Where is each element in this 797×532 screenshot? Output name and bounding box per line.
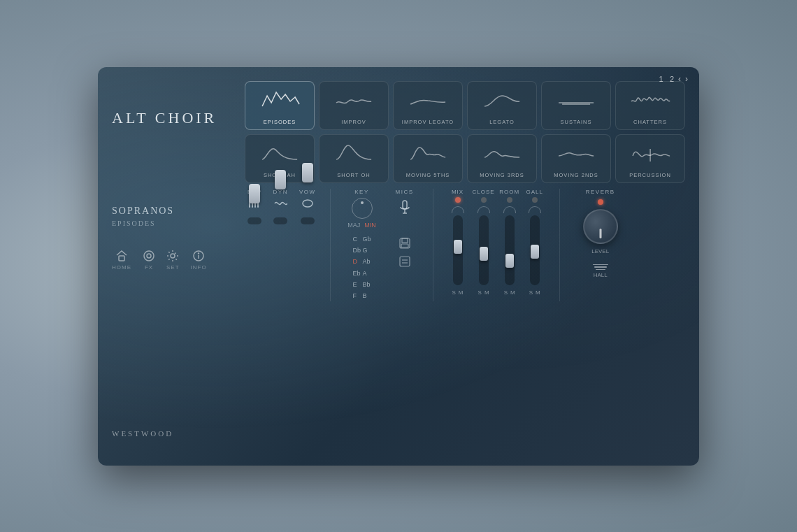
preset-short-oh[interactable]: SHORT OH bbox=[319, 134, 389, 183]
dyn-label: DYN bbox=[273, 189, 288, 195]
percussion-waveform bbox=[620, 142, 680, 166]
preset-moving-2nds[interactable]: MOVING 2NDS bbox=[541, 134, 611, 183]
dyn-icon bbox=[273, 198, 287, 212]
close-arc bbox=[478, 206, 490, 213]
dyn-fader-thumb[interactable] bbox=[275, 170, 286, 189]
settings-label: SET bbox=[166, 264, 180, 271]
dyn-fader-track[interactable] bbox=[273, 217, 287, 224]
preset-moving-3rds[interactable]: MOVING 3RDS bbox=[467, 134, 537, 183]
instrument-name: SOPRANOS bbox=[112, 206, 224, 217]
mixer-channels: MIX S M CLOSE bbox=[447, 189, 545, 296]
key-c[interactable]: C bbox=[353, 234, 361, 244]
improv-waveform bbox=[324, 89, 384, 113]
hall-selector[interactable]: HALL bbox=[593, 264, 608, 279]
room-fader-track[interactable] bbox=[505, 215, 515, 285]
gall-arc bbox=[529, 206, 541, 213]
mix-solo-btn[interactable]: S bbox=[452, 289, 456, 296]
reverb-knob[interactable] bbox=[583, 209, 618, 244]
mics-label: MICS bbox=[396, 189, 414, 195]
moving-2nds-label: MOVING 2NDS bbox=[554, 172, 598, 178]
mix-fader-thumb[interactable] bbox=[454, 240, 462, 254]
key-gb[interactable]: Gb bbox=[363, 234, 371, 244]
dyn-fader-group: DYN bbox=[273, 189, 288, 224]
brand-name: WESTWOOD bbox=[112, 429, 224, 438]
divider-1 bbox=[330, 189, 331, 301]
close-sm-btns: S M bbox=[478, 289, 489, 296]
svg-rect-18 bbox=[402, 238, 408, 243]
key-a[interactable]: A bbox=[363, 268, 371, 278]
mics-section: MICS bbox=[391, 189, 419, 268]
key-e[interactable]: E bbox=[353, 280, 361, 289]
chatters-waveform bbox=[620, 89, 680, 113]
save-load-section bbox=[398, 237, 411, 268]
room-solo-btn[interactable]: S bbox=[504, 289, 508, 296]
key-selector[interactable] bbox=[352, 198, 373, 219]
sustains-label: SUSTAINS bbox=[561, 119, 592, 125]
exp-fader-track[interactable] bbox=[247, 217, 261, 224]
room-mute-btn[interactable]: M bbox=[510, 289, 515, 296]
load-icon[interactable] bbox=[398, 255, 411, 268]
fx-nav[interactable]: FX bbox=[143, 250, 155, 271]
key-g[interactable]: G bbox=[363, 245, 371, 255]
page-number: 1 2 bbox=[659, 75, 674, 83]
fx-label: FX bbox=[145, 264, 153, 271]
save-icon[interactable] bbox=[398, 237, 411, 250]
gall-fader-thumb[interactable] bbox=[531, 245, 539, 259]
room-arc bbox=[503, 206, 516, 213]
close-fader-track[interactable] bbox=[479, 215, 489, 285]
preset-percussion[interactable]: PERCUSSION bbox=[615, 134, 685, 183]
key-db[interactable]: Db bbox=[353, 245, 361, 255]
svg-point-3 bbox=[171, 254, 175, 258]
vow-fader-track[interactable] bbox=[301, 217, 315, 224]
plugin-title: ALT CHOIR bbox=[112, 109, 224, 127]
home-nav[interactable]: HOME bbox=[112, 250, 131, 271]
room-fader-thumb[interactable] bbox=[505, 254, 514, 268]
gall-solo-btn[interactable]: S bbox=[529, 289, 533, 296]
preset-episodes[interactable]: EPISODES bbox=[245, 81, 315, 130]
room-label: ROOM bbox=[499, 189, 519, 195]
gall-sm-btns: S M bbox=[529, 289, 540, 296]
preset-sustains[interactable]: SUSTAINS bbox=[541, 81, 611, 130]
gall-mute-btn[interactable]: M bbox=[536, 289, 540, 296]
maj-min-row: MAJ MIN bbox=[347, 222, 376, 229]
divider-3 bbox=[559, 189, 560, 301]
vow-fader-thumb[interactable] bbox=[302, 163, 313, 182]
reverb-label: REVERB bbox=[586, 189, 615, 195]
settings-nav[interactable]: SET bbox=[166, 250, 180, 271]
hall-label: HALL bbox=[594, 272, 608, 278]
svg-point-13 bbox=[303, 200, 313, 207]
exp-fader-thumb[interactable] bbox=[249, 184, 260, 203]
key-d[interactable]: D bbox=[353, 257, 361, 266]
divider-2 bbox=[433, 189, 433, 301]
key-bb[interactable]: Bb bbox=[363, 280, 371, 289]
close-solo-btn[interactable]: S bbox=[478, 289, 482, 296]
episodes-label: EPISODES bbox=[264, 119, 296, 125]
key-eb[interactable]: Eb bbox=[353, 268, 361, 278]
level-label: LEVEL bbox=[591, 248, 609, 254]
close-mute-btn[interactable]: M bbox=[484, 289, 489, 296]
preset-improv-legato[interactable]: IMPROV LEGATO bbox=[393, 81, 463, 130]
key-b[interactable]: B bbox=[363, 291, 371, 301]
key-f[interactable]: F bbox=[353, 291, 361, 301]
maj-label[interactable]: MAJ bbox=[347, 222, 360, 229]
short-oh-waveform bbox=[324, 142, 384, 166]
preset-improv[interactable]: IMPROV bbox=[319, 81, 389, 130]
preset-moving-5ths[interactable]: MOVING 5THS bbox=[393, 134, 463, 183]
right-panel: EPISODES IMPROV bbox=[238, 67, 699, 466]
next-page-button[interactable]: › bbox=[685, 74, 688, 84]
exp-fader-group: EXP bbox=[247, 189, 262, 224]
mix-sm-btns: S M bbox=[452, 289, 464, 296]
hall-line-3 bbox=[596, 269, 605, 271]
close-fader-thumb[interactable] bbox=[480, 247, 488, 261]
info-nav[interactable]: INFO bbox=[191, 250, 207, 271]
room-channel: ROOM S M bbox=[499, 189, 520, 296]
gall-fader-track[interactable] bbox=[530, 215, 540, 285]
mix-mute-btn[interactable]: M bbox=[459, 289, 464, 296]
preset-chatters[interactable]: CHATTERS bbox=[615, 81, 685, 130]
prev-page-button[interactable]: ‹ bbox=[678, 74, 681, 84]
preset-legato[interactable]: LEGATO bbox=[467, 81, 537, 130]
min-label[interactable]: MIN bbox=[364, 222, 376, 229]
reverb-led bbox=[598, 199, 603, 205]
key-ab[interactable]: Ab bbox=[363, 257, 371, 266]
mix-fader-track[interactable] bbox=[453, 215, 463, 285]
